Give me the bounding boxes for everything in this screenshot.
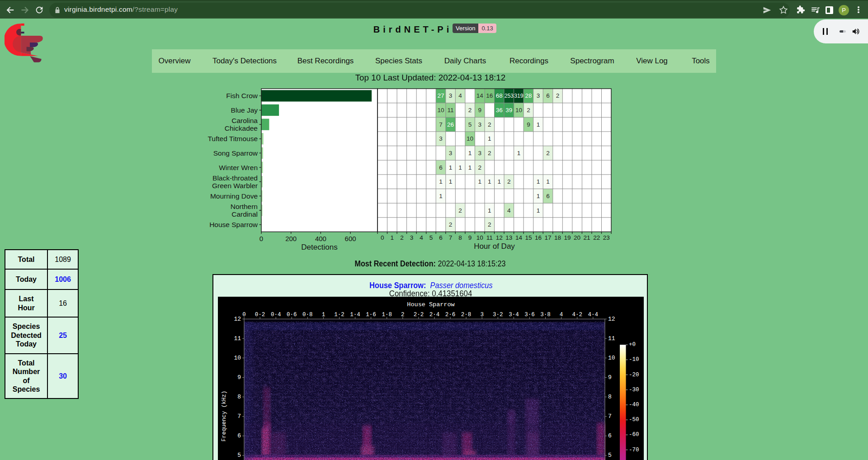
svg-text:House Sparrow: House Sparrow [407, 301, 454, 308]
svg-text:253: 253 [505, 93, 514, 99]
svg-text:11: 11 [448, 107, 454, 114]
svg-text:27: 27 [437, 92, 444, 99]
svg-text:1: 1 [488, 207, 491, 214]
svg-text:4·4: 4·4 [588, 312, 599, 318]
svg-text:3: 3 [439, 135, 443, 142]
svg-text:20: 20 [574, 234, 580, 241]
svg-text:5: 5 [237, 452, 241, 459]
svg-text:Hour of Day: Hour of Day [474, 242, 515, 251]
svg-text:9: 9 [527, 121, 530, 128]
svg-text:1·6: 1·6 [366, 312, 376, 318]
svg-text:House Sparrow: House Sparrow [209, 221, 258, 228]
svg-text:1: 1 [458, 164, 462, 171]
svg-text:1: 1 [439, 178, 443, 185]
svg-text:1: 1 [517, 150, 521, 156]
svg-text:1: 1 [478, 178, 481, 185]
svg-text:-20: -20 [629, 372, 639, 378]
svg-text:-30: -30 [629, 387, 639, 393]
svg-text:1: 1 [391, 234, 394, 241]
svg-text:200: 200 [285, 235, 297, 242]
svg-text:0·4: 0·4 [271, 312, 281, 318]
svg-text:22: 22 [593, 234, 600, 241]
svg-text:11: 11 [234, 335, 241, 342]
svg-text:11: 11 [608, 335, 615, 342]
svg-text:0·8: 0·8 [302, 312, 313, 318]
svg-text:3·6: 3·6 [524, 312, 535, 318]
svg-text:10: 10 [437, 107, 444, 114]
svg-text:68: 68 [496, 92, 503, 99]
svg-text:319: 319 [514, 93, 524, 99]
svg-text:3: 3 [449, 92, 453, 99]
svg-text:14: 14 [515, 234, 523, 241]
svg-text:2: 2 [488, 150, 491, 156]
svg-text:19: 19 [564, 234, 571, 241]
svg-text:Detections: Detections [301, 243, 337, 251]
svg-text:5: 5 [608, 452, 612, 459]
svg-text:21: 21 [584, 234, 590, 241]
svg-text:12: 12 [234, 316, 241, 322]
svg-text:4: 4 [560, 312, 563, 318]
svg-text:7: 7 [237, 413, 241, 420]
svg-text:28: 28 [525, 92, 532, 99]
svg-text:Chickadee: Chickadee [225, 124, 258, 132]
svg-text:600: 600 [345, 235, 356, 242]
svg-text:Winter Wren: Winter Wren [219, 164, 258, 171]
svg-text:2·2: 2·2 [414, 312, 424, 318]
svg-text:0·2: 0·2 [255, 312, 265, 318]
svg-text:2: 2 [546, 150, 550, 156]
svg-text:1: 1 [449, 164, 453, 171]
svg-text:-50: -50 [629, 417, 639, 423]
svg-text:2·8: 2·8 [461, 312, 472, 318]
svg-text:12: 12 [608, 316, 615, 322]
svg-text:17: 17 [544, 234, 551, 241]
svg-text:Tufted Titmouse: Tufted Titmouse [208, 135, 258, 142]
svg-text:2: 2 [556, 92, 560, 99]
svg-text:-10: -10 [629, 356, 639, 363]
svg-text:3: 3 [410, 234, 414, 241]
svg-text:1: 1 [537, 121, 540, 128]
svg-text:0: 0 [381, 234, 384, 241]
svg-text:-60: -60 [629, 432, 639, 438]
svg-text:1: 1 [488, 135, 491, 142]
svg-text:3: 3 [537, 92, 540, 99]
svg-text:3: 3 [478, 150, 481, 156]
svg-text:0: 0 [242, 312, 246, 318]
svg-text:6: 6 [546, 92, 550, 99]
svg-text:3·8: 3·8 [540, 312, 551, 318]
svg-text:23: 23 [603, 234, 610, 241]
svg-text:Carolina: Carolina [231, 117, 258, 124]
svg-text:6: 6 [546, 193, 550, 199]
svg-text:3·2: 3·2 [493, 312, 503, 318]
svg-text:11: 11 [486, 234, 493, 241]
svg-text:1: 1 [546, 178, 550, 185]
svg-text:2: 2 [478, 164, 481, 171]
svg-text:12: 12 [496, 234, 503, 241]
svg-text:10: 10 [234, 355, 241, 361]
svg-text:16: 16 [486, 92, 493, 99]
svg-text:400: 400 [315, 235, 326, 242]
svg-text:18: 18 [554, 234, 561, 241]
svg-text:0·6: 0·6 [287, 312, 297, 318]
svg-text:1: 1 [537, 207, 540, 214]
svg-text:15: 15 [525, 234, 532, 241]
svg-text:3: 3 [478, 121, 481, 128]
svg-text:8: 8 [458, 234, 462, 241]
svg-text:Green Warbler: Green Warbler [212, 182, 258, 190]
svg-text:Cardinal: Cardinal [231, 210, 258, 218]
svg-text:1: 1 [449, 178, 453, 185]
svg-text:39: 39 [505, 107, 512, 114]
svg-text:1: 1 [439, 193, 443, 199]
svg-text:Fish Crow: Fish Crow [226, 92, 258, 100]
svg-text:8: 8 [608, 394, 612, 400]
svg-text:6: 6 [439, 234, 443, 241]
svg-text:2: 2 [449, 221, 453, 228]
svg-text:3·4: 3·4 [509, 312, 519, 318]
svg-text:Northern: Northern [231, 203, 258, 210]
svg-text:6: 6 [608, 432, 612, 439]
svg-text:0: 0 [259, 235, 263, 242]
svg-text:2: 2 [527, 107, 530, 114]
svg-text:9: 9 [237, 374, 241, 381]
svg-text:16: 16 [535, 234, 542, 241]
svg-text:8: 8 [237, 394, 241, 400]
svg-text:10: 10 [608, 355, 615, 361]
